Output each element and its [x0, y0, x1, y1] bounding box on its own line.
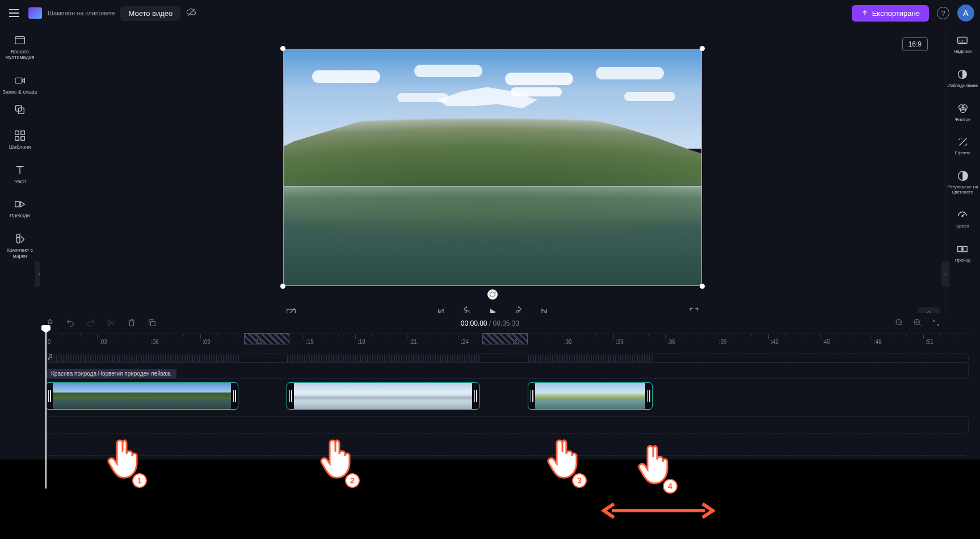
ruler-tick: :03 [97, 334, 107, 339]
timeline-clip-1[interactable] [45, 382, 238, 410]
aspect-ratio-button[interactable]: 16:9 [902, 37, 928, 51]
rail-brand-kit[interactable]: Комплект с марки [0, 233, 40, 259]
rail-templates[interactable]: Шаблони [9, 129, 31, 150]
ruler-tick: :48 [872, 334, 882, 339]
rail-transitions[interactable]: Преходи [10, 198, 30, 219]
track-lane-empty-1[interactable] [45, 362, 969, 379]
timeline-toolbar: 00:00.00 / 00:35.33 [0, 313, 980, 334]
rail-filters-label: Филтри [955, 117, 971, 123]
tutorial-finger-4: 4 [636, 443, 675, 494]
timecode: 00:00.00 / 00:35.33 [461, 319, 519, 327]
ruler-tick: :18 [355, 334, 365, 339]
svg-rect-26 [150, 321, 155, 326]
rail-adjust-label: Регулиране на цветовете [945, 185, 980, 195]
topbar-left: Шампион на клиповете Моето видео [6, 5, 196, 22]
tutorial-finger-3: 3 [545, 437, 584, 488]
timeline-clip-2[interactable] [287, 382, 480, 410]
resize-handle-br[interactable] [700, 284, 705, 289]
playhead[interactable] [45, 330, 47, 489]
ruler-tick: :45 [820, 334, 830, 339]
rail-transitions-label: Преходи [10, 213, 30, 219]
rail-text[interactable]: Текст [14, 164, 27, 185]
ruler-tick: :36 [665, 334, 675, 339]
clip-tooltip: Красива природа Норвегия природен пейзаж… [47, 369, 176, 378]
timeline-clip-3[interactable] [528, 382, 653, 410]
rail-effects-label: Ефекти [954, 151, 970, 156]
redo-icon[interactable] [86, 318, 95, 329]
time-sep: / [489, 319, 493, 327]
track-lane-empty-2[interactable] [45, 416, 969, 433]
rotate-handle[interactable] [487, 289, 498, 300]
sync-status-icon [186, 7, 196, 19]
menu-button[interactable] [6, 5, 23, 22]
svg-point-21 [962, 216, 964, 217]
rail-library[interactable] [14, 103, 26, 116]
ruler-tick: :06 [149, 334, 159, 339]
rail-captions[interactable]: CC Надписи [953, 34, 971, 54]
rail-captions-label: Надписи [953, 49, 971, 54]
svg-rect-2 [15, 78, 22, 83]
clip-trim-left[interactable] [46, 383, 53, 409]
track-lane-video[interactable]: Красива природа Норвегия природен пейзаж… [45, 382, 969, 411]
rail-record-create[interactable]: Запис & create [3, 74, 37, 95]
rail-fade[interactable]: Избледняване [948, 68, 978, 89]
help-button[interactable]: ? [937, 7, 949, 19]
rail-media-label: Вашата мултимедия [0, 49, 40, 61]
zoom-out-icon[interactable] [895, 318, 904, 329]
rail-speed[interactable]: Speed [956, 209, 969, 229]
clip-trim-right[interactable] [645, 383, 652, 409]
rail-your-media[interactable]: Вашата мултимедия [0, 34, 40, 61]
ruler-skip-zone [244, 333, 289, 344]
svg-rect-8 [21, 137, 24, 140]
delete-icon[interactable] [127, 318, 136, 329]
preview-canvas[interactable] [283, 49, 702, 286]
preview-canvas-wrap [283, 49, 702, 286]
rail-brandkit-label: Комплект с марки [0, 248, 40, 259]
app-logo [28, 7, 42, 19]
rail-record-label: Запис & create [3, 90, 37, 95]
project-name-input[interactable]: Моето видео [120, 6, 180, 21]
svg-rect-6 [21, 130, 24, 134]
clip-trim-right[interactable] [231, 383, 238, 409]
rail-effects[interactable]: Ефекти [954, 136, 970, 156]
svg-rect-1 [15, 37, 25, 44]
champion-label: Шампион на клиповете [48, 10, 115, 16]
resize-handle-tr[interactable] [700, 46, 705, 51]
right-rail-collapse[interactable] [941, 261, 949, 287]
total-time: 00:35.33 [493, 319, 520, 327]
duplicate-icon[interactable] [148, 318, 157, 329]
tutorial-arrow [602, 499, 715, 523]
clip-trim-right[interactable] [472, 383, 479, 409]
svg-rect-9 [15, 202, 19, 207]
undo-icon[interactable] [66, 318, 75, 329]
split-icon[interactable] [107, 318, 116, 329]
user-avatar[interactable]: A [957, 5, 974, 22]
rail-filters[interactable]: Филтри [955, 102, 971, 123]
fit-icon[interactable] [931, 318, 940, 329]
resize-handle-tl[interactable] [280, 46, 285, 51]
clip-trim-left[interactable] [287, 383, 294, 409]
rail-transition[interactable]: Преход [955, 243, 970, 263]
ruler-tick: :09 [200, 334, 211, 339]
ruler-skip-zone [482, 333, 528, 344]
rail-adjust-colors[interactable]: Регулиране на цветовете [945, 170, 980, 195]
ruler-tick: :21 [407, 334, 417, 339]
ruler-tick: :15 [304, 334, 314, 339]
track-lane-audio[interactable] [45, 437, 969, 452]
svg-rect-7 [15, 137, 19, 140]
clip-trim-left[interactable] [528, 383, 535, 409]
timeline-ruler[interactable]: 0:03:06:09:12:15:18:21:24:27:30:33:36:39… [45, 334, 969, 351]
ruler-tick: :30 [562, 334, 572, 339]
current-time: 00:00.00 [461, 319, 487, 327]
zoom-in-icon[interactable] [913, 318, 922, 329]
bottom-letterbox [0, 460, 980, 539]
export-button[interactable]: Експортиране [852, 5, 929, 22]
rail-speed-label: Speed [956, 224, 969, 229]
ruler-tick: :24 [459, 334, 469, 339]
svg-rect-5 [15, 130, 19, 134]
topbar-right: Експортиране ? A [852, 5, 974, 22]
ruler-tick: :33 [613, 334, 624, 339]
tutorial-finger-2: 2 [318, 437, 357, 488]
export-label: Експортиране [872, 9, 920, 18]
resize-handle-bl[interactable] [280, 284, 285, 289]
